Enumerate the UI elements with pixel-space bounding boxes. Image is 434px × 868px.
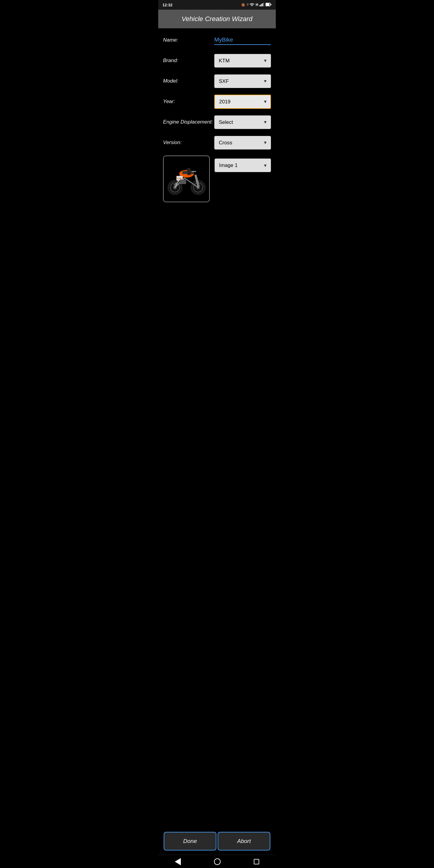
year-row: Year: 2019 2020 2021 2022 2023 ▼	[163, 94, 271, 109]
svg-text:KTM: KTM	[177, 178, 181, 180]
svg-rect-7	[271, 4, 272, 5]
engine-row: Engine Displacement: Select 125cc 250cc …	[163, 115, 271, 130]
status-bar: 12:32 🔕 ? H	[158, 0, 276, 10]
version-control: Cross Enduro Street ▼	[214, 136, 271, 150]
status-time: 12:32	[162, 3, 173, 7]
year-label: Year:	[163, 98, 214, 104]
year-control: 2019 2020 2021 2022 2023 ▼	[214, 95, 271, 109]
model-select[interactable]: SXF EXC SX XCW	[214, 74, 271, 88]
name-control	[214, 35, 271, 45]
svg-rect-25	[180, 179, 186, 184]
svg-rect-6	[266, 3, 270, 6]
svg-rect-4	[263, 3, 264, 6]
wifi-icon	[250, 3, 254, 7]
brand-label: Brand:	[163, 58, 214, 64]
svg-point-26	[187, 167, 191, 171]
version-label: Version:	[163, 140, 214, 146]
brand-control: KTM Honda Yamaha Suzuki Kawasaki ▼	[214, 54, 271, 67]
version-row: Version: Cross Enduro Street ▼	[163, 135, 271, 150]
battery-icon	[266, 3, 272, 7]
model-control: SXF EXC SX XCW ▼	[214, 74, 271, 88]
svg-rect-1	[259, 5, 260, 6]
engine-select[interactable]: Select 125cc 250cc 350cc 450cc	[214, 116, 271, 129]
form-container: Name: Brand: KTM Honda Yamaha Suzuki Kaw…	[158, 28, 276, 212]
year-select[interactable]: 2019 2020 2021 2022 2023	[214, 95, 271, 109]
mute-icon: 🔕	[241, 3, 245, 7]
image-row: KTM Image 1 Image 2 Image 3 ▼	[163, 156, 271, 202]
question-icon: ?	[247, 3, 248, 7]
version-select[interactable]: Cross Enduro Street	[214, 136, 271, 150]
name-input[interactable]	[214, 35, 271, 45]
page-title: Vehicle Creation Wizard	[163, 15, 271, 23]
status-icons: 🔕 ? H	[241, 3, 272, 7]
engine-label: Engine Displacement:	[163, 119, 214, 125]
bike-image-container: KTM	[163, 156, 210, 202]
svg-point-0	[252, 6, 252, 6]
model-row: Model: SXF EXC SX XCW ▼	[163, 73, 271, 89]
svg-rect-27	[187, 170, 191, 175]
engine-control: Select 125cc 250cc 350cc 450cc ▼	[214, 116, 271, 129]
app-header: Vehicle Creation Wizard	[158, 10, 276, 28]
svg-rect-3	[262, 3, 263, 6]
model-label: Model:	[163, 78, 214, 84]
brand-select[interactable]: KTM Honda Yamaha Suzuki Kawasaki	[214, 54, 271, 67]
name-row: Name:	[163, 33, 271, 48]
signal-icon	[259, 3, 264, 7]
image-select-wrapper: Image 1 Image 2 Image 3 ▼	[215, 158, 271, 172]
svg-rect-2	[261, 4, 261, 6]
image-select[interactable]: Image 1 Image 2 Image 3	[215, 158, 271, 172]
bike-image: KTM	[165, 161, 208, 197]
h-icon: H	[255, 3, 258, 7]
name-label: Name:	[163, 37, 214, 43]
brand-row: Brand: KTM Honda Yamaha Suzuki Kawasaki …	[163, 53, 271, 68]
